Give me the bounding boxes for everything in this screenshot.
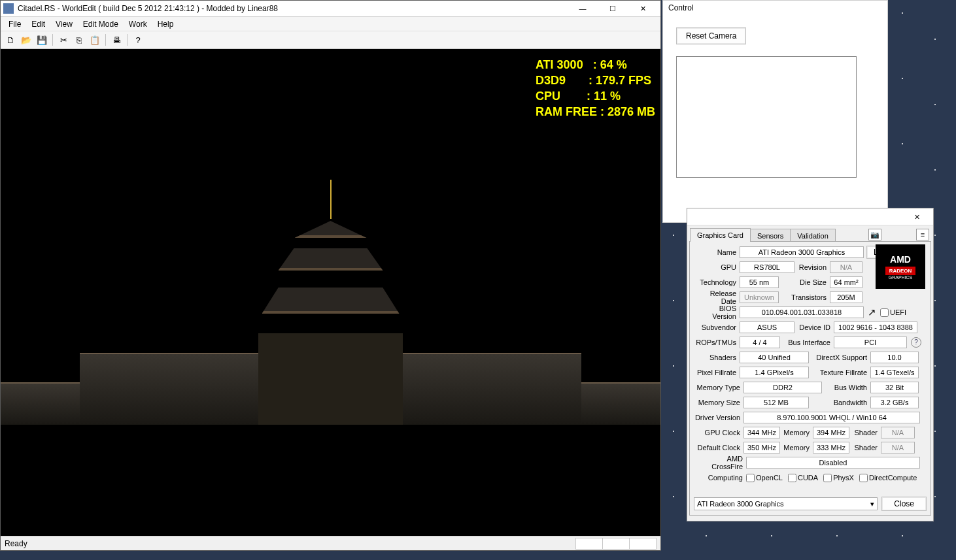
- label-gpu-clock: GPU Clock: [694, 429, 743, 436]
- label-rops: ROPs/TMUs: [694, 338, 740, 346]
- minimize-button[interactable]: —: [568, 1, 598, 16]
- label-shader-clock: Shader: [849, 429, 881, 436]
- cut-icon[interactable]: ✂: [56, 33, 71, 47]
- control-window: Control Reset Camera: [662, 0, 888, 223]
- field-pixel-fillrate: 1.4 GPixel/s: [740, 367, 809, 378]
- separator: [105, 34, 106, 46]
- gpuz-body: AMD RADEON GRAPHICS Name ATI Radeon 3000…: [689, 241, 931, 516]
- field-crossfire: Disabled: [746, 457, 920, 469]
- tab-validation[interactable]: Validation: [790, 229, 836, 242]
- separator: [52, 34, 53, 46]
- field-memory-type: DDR2: [743, 382, 822, 393]
- tab-graphics-card[interactable]: Graphics Card: [690, 228, 751, 242]
- field-bios: 010.094.001.031.033818: [740, 306, 864, 318]
- print-icon[interactable]: 🖶: [109, 33, 124, 47]
- field-default-memory: 333 MHz: [813, 442, 849, 453]
- status-text: Ready: [5, 539, 27, 548]
- gpuz-window: ✕ Graphics Card Sensors Validation 📷 ≡ A…: [687, 208, 934, 521]
- camera-icon[interactable]: 📷: [868, 229, 881, 240]
- opencl-checkbox[interactable]: OpenCL: [746, 474, 783, 482]
- field-default-shader: N/A: [881, 442, 915, 453]
- label-bandwidth: Bandwidth: [809, 399, 870, 406]
- label-memory-size: Memory Size: [694, 399, 743, 406]
- close-button[interactable]: ✕: [628, 1, 658, 16]
- label-transistors: Transistors: [779, 293, 830, 301]
- building: [581, 382, 660, 425]
- field-directx: 10.0: [870, 352, 919, 363]
- uefi-checkbox[interactable]: UEFI: [880, 308, 906, 317]
- field-shader-clock: N/A: [881, 427, 915, 438]
- field-subvendor: ASUS: [740, 321, 794, 333]
- label-pixel-fillrate: Pixel Fillrate: [694, 369, 740, 376]
- label-crossfire: AMD CrossFire: [694, 455, 746, 470]
- status-bar: Ready: [1, 536, 660, 550]
- control-canvas[interactable]: [676, 56, 857, 178]
- label-die-size: Die Size: [779, 278, 830, 286]
- gpu-selector[interactable]: ATI Radeon 3000 Graphics▾: [694, 497, 878, 510]
- label-bios: BIOS Version: [694, 305, 740, 320]
- label-subvendor: Subvendor: [694, 323, 740, 331]
- label-release-date: Release Date: [694, 289, 740, 305]
- viewport-3d[interactable]: ATI 3000 : 64 % D3D9 : 179.7 FPS CPU : 1…: [1, 49, 660, 536]
- menu-view[interactable]: View: [50, 18, 78, 30]
- menu-file[interactable]: File: [3, 18, 26, 30]
- separator: [127, 34, 128, 46]
- app-icon: [3, 3, 14, 14]
- building: [390, 353, 486, 425]
- menu-bar: File Edit View Edit Mode Work Help: [1, 17, 660, 31]
- tab-sensors[interactable]: Sensors: [750, 229, 791, 242]
- field-memory-clock: 394 MHz: [813, 427, 849, 438]
- menu-edit[interactable]: Edit: [26, 18, 50, 30]
- hamburger-icon[interactable]: ≡: [916, 229, 929, 240]
- label-computing: Computing: [694, 474, 746, 482]
- status-pane: [575, 538, 603, 550]
- help-icon[interactable]: ?: [911, 337, 921, 348]
- building: [175, 353, 271, 425]
- field-texture-fillrate: 1.4 GTexel/s: [870, 367, 919, 378]
- building: [486, 353, 582, 425]
- maximize-button[interactable]: ☐: [598, 1, 628, 16]
- menu-work[interactable]: Work: [124, 18, 152, 30]
- label-memory-clock: Memory: [780, 429, 813, 436]
- field-bus-width: 32 Bit: [870, 382, 919, 393]
- label-device-id: Device ID: [794, 323, 834, 331]
- field-gpu: RS780L: [740, 261, 794, 273]
- label-gpu: GPU: [694, 263, 740, 271]
- chevron-down-icon: ▾: [870, 500, 874, 508]
- menu-help[interactable]: Help: [152, 18, 179, 30]
- label-driver-version: Driver Version: [694, 414, 743, 421]
- reset-camera-button[interactable]: Reset Camera: [676, 27, 746, 44]
- field-default-clock: 350 MHz: [743, 442, 780, 453]
- label-directx: DirectX Support: [809, 354, 870, 361]
- cuda-checkbox[interactable]: CUDA: [788, 474, 818, 482]
- control-title[interactable]: Control: [663, 1, 887, 17]
- field-bus-interface: PCI: [834, 337, 907, 348]
- menu-edit-mode[interactable]: Edit Mode: [78, 18, 124, 30]
- status-pane: [602, 538, 630, 550]
- label-bus-interface: Bus Interface: [780, 338, 834, 346]
- label-bus-width: Bus Width: [822, 384, 870, 391]
- gpuz-tabs: Graphics Card Sensors Validation 📷 ≡: [687, 225, 933, 241]
- physx-checkbox[interactable]: PhysX: [823, 474, 854, 482]
- close-button[interactable]: Close: [881, 497, 927, 511]
- paste-icon[interactable]: 📋: [88, 33, 102, 47]
- gpuz-titlebar[interactable]: ✕: [687, 208, 933, 225]
- share-icon[interactable]: ↗: [868, 306, 876, 318]
- open-icon[interactable]: 📂: [19, 33, 33, 47]
- help-icon[interactable]: ?: [131, 33, 145, 47]
- save-icon[interactable]: 💾: [35, 33, 49, 47]
- new-icon[interactable]: 🗋: [3, 33, 18, 47]
- field-die-size: 64 mm²: [830, 276, 862, 288]
- directcompute-checkbox[interactable]: DirectCompute: [859, 474, 917, 482]
- copy-icon[interactable]: ⎘: [72, 33, 86, 47]
- field-bandwidth: 3.2 GB/s: [870, 397, 919, 408]
- worldedit-titlebar[interactable]: Citadel.RS - WorldEdit ( build Dec 5 201…: [1, 1, 660, 17]
- toolbar: 🗋 📂 💾 ✂ ⎘ 📋 🖶 ?: [1, 31, 660, 49]
- label-default-memory: Memory: [780, 444, 813, 452]
- perf-overlay: ATI 3000 : 64 % D3D9 : 179.7 FPS CPU : 1…: [536, 57, 655, 120]
- amd-logo: AMD RADEON GRAPHICS: [876, 244, 925, 289]
- field-shaders: 40 Unified: [740, 352, 809, 363]
- scene-geometry: [1, 203, 660, 425]
- close-button[interactable]: ✕: [902, 210, 932, 223]
- label-default-shader: Shader: [849, 444, 881, 452]
